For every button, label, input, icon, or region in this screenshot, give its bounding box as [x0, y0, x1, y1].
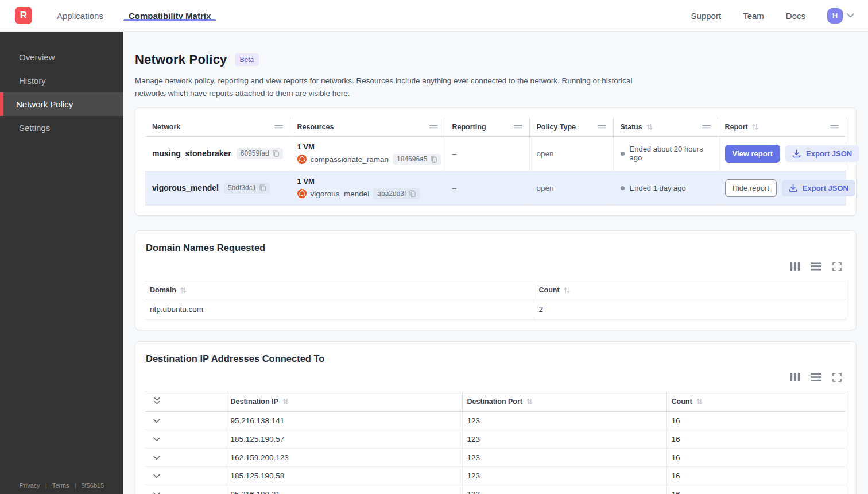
- destination-port-value: 123: [462, 466, 666, 485]
- app-logo[interactable]: R: [15, 7, 32, 24]
- tab-applications-label: Applications: [57, 11, 103, 21]
- column-menu-icon[interactable]: [274, 124, 283, 129]
- sort-icon[interactable]: [646, 124, 653, 130]
- network-id-pill: 60959fad: [237, 148, 283, 159]
- col-header-count[interactable]: Count: [666, 392, 846, 411]
- resource-name: vigorous_mendel: [311, 190, 370, 198]
- destination-ip-value: 185.125.190.57: [226, 430, 462, 448]
- row-expand-chevron-icon[interactable]: [153, 474, 160, 478]
- resource-id: 184696a5: [397, 155, 427, 163]
- destination-ip-value: 95.216.100.21: [226, 485, 462, 494]
- sidebar-item-network-policy[interactable]: Network Policy: [0, 92, 123, 116]
- col-header-policy-type[interactable]: Policy Type: [529, 118, 613, 137]
- privacy-link[interactable]: Privacy: [20, 482, 40, 489]
- count-value: 2: [534, 299, 846, 319]
- sort-icon[interactable]: [526, 398, 533, 405]
- sidebar-footer: Privacy | Terms | 5f56b15: [0, 482, 123, 489]
- copy-icon[interactable]: [409, 190, 416, 197]
- export-json-label: Export JSON: [806, 149, 852, 158]
- nav-link-docs[interactable]: Docs: [786, 11, 805, 21]
- nav-link-support[interactable]: Support: [691, 11, 722, 21]
- destination-ip-value: 162.159.200.123: [226, 448, 462, 466]
- sidebar-item-settings[interactable]: Settings: [0, 116, 123, 140]
- network-row: musing_stonebraker60959fad 1 VMcompassio…: [145, 136, 846, 171]
- copy-icon[interactable]: [431, 156, 437, 163]
- columns-icon[interactable]: [790, 373, 800, 381]
- table-toolbar: [145, 262, 846, 271]
- user-menu[interactable]: H: [827, 8, 854, 24]
- chevron-down-icon: [847, 13, 854, 18]
- col-header-expand-all[interactable]: [145, 392, 226, 411]
- export-json-button[interactable]: Export JSON: [782, 180, 855, 196]
- col-header-destination-ip[interactable]: Destination IP: [226, 392, 462, 411]
- sort-icon[interactable]: [696, 398, 703, 405]
- network-row-selected: vigorous_mendel5bdf3dc1 1 VMvigorous_men…: [145, 171, 846, 205]
- col-header-network[interactable]: Network: [145, 118, 290, 137]
- beta-badge: Beta: [235, 53, 259, 66]
- table-toolbar: [145, 373, 846, 382]
- destination-ip-value: 95.216.138.141: [226, 411, 462, 430]
- destination-port-value: 123: [462, 430, 666, 448]
- copy-icon[interactable]: [273, 150, 279, 157]
- page-title: Network Policy: [135, 52, 227, 67]
- col-header-report[interactable]: Report: [718, 118, 846, 137]
- primary-nav: Applications Compatibility Matrix: [52, 11, 231, 21]
- column-menu-icon[interactable]: [598, 124, 606, 129]
- status-dot-icon: [621, 152, 625, 156]
- column-menu-icon[interactable]: [429, 124, 438, 129]
- row-expand-chevron-icon[interactable]: [153, 437, 160, 442]
- col-label: Report: [725, 123, 748, 131]
- sort-icon[interactable]: [282, 398, 289, 405]
- nav-link-team[interactable]: Team: [743, 11, 764, 21]
- column-menu-icon[interactable]: [514, 124, 522, 129]
- sort-icon[interactable]: [564, 287, 570, 294]
- column-menu-icon[interactable]: [702, 124, 711, 129]
- col-label: Count: [672, 397, 692, 406]
- sort-icon[interactable]: [180, 287, 187, 294]
- col-label: Domain: [150, 286, 176, 294]
- export-json-button[interactable]: Export JSON: [785, 145, 859, 162]
- col-header-status[interactable]: Status: [613, 118, 718, 137]
- resource-count: 1 VM: [297, 177, 438, 186]
- col-header-destination-port[interactable]: Destination Port: [462, 392, 666, 411]
- col-label: Destination IP: [231, 397, 278, 406]
- sidebar-item-label: History: [19, 76, 46, 86]
- column-menu-icon[interactable]: [830, 124, 839, 129]
- destination-row: 95.216.138.141 123 16: [145, 411, 846, 430]
- copy-icon[interactable]: [259, 184, 266, 191]
- count-value: 16: [666, 411, 846, 430]
- tab-applications[interactable]: Applications: [52, 11, 108, 21]
- network-name: vigorous_mendel: [152, 183, 219, 192]
- row-density-icon[interactable]: [811, 373, 822, 381]
- ubuntu-icon: [297, 189, 307, 198]
- reporting-value: –: [445, 171, 529, 205]
- sort-icon[interactable]: [752, 124, 758, 130]
- columns-icon[interactable]: [790, 262, 800, 271]
- tab-compatibility-matrix[interactable]: Compatibility Matrix: [123, 11, 216, 21]
- sidebar-item-overview[interactable]: Overview: [0, 45, 123, 69]
- sidebar-item-history[interactable]: History: [0, 69, 123, 92]
- col-header-domain[interactable]: Domain: [145, 281, 534, 299]
- status-dot-icon: [621, 186, 625, 190]
- destination-port-value: 123: [462, 485, 666, 494]
- policy-type-value: open: [529, 171, 613, 205]
- col-header-reporting[interactable]: Reporting: [445, 118, 529, 137]
- double-chevron-down-icon[interactable]: [153, 397, 161, 405]
- terms-link[interactable]: Terms: [52, 482, 69, 489]
- fullscreen-icon[interactable]: [832, 262, 842, 271]
- footer-divider: |: [75, 482, 76, 489]
- tab-compatibility-matrix-label: Compatibility Matrix: [129, 11, 211, 21]
- col-header-resources[interactable]: Resources: [290, 118, 445, 137]
- network-name: musing_stonebraker: [152, 149, 231, 158]
- col-label: Resources: [297, 123, 334, 131]
- row-expand-chevron-icon[interactable]: [153, 419, 160, 423]
- destination-ips-card: Destination IP Addresses Connected To De…: [135, 341, 857, 494]
- download-icon: [789, 184, 797, 192]
- fullscreen-icon[interactable]: [832, 373, 842, 382]
- view-report-button[interactable]: View report: [725, 145, 781, 163]
- network-id: 60959fad: [241, 149, 269, 157]
- row-density-icon[interactable]: [811, 262, 822, 271]
- row-expand-chevron-icon[interactable]: [153, 456, 160, 460]
- hide-report-button[interactable]: Hide report: [725, 179, 777, 197]
- col-header-count[interactable]: Count: [534, 281, 846, 299]
